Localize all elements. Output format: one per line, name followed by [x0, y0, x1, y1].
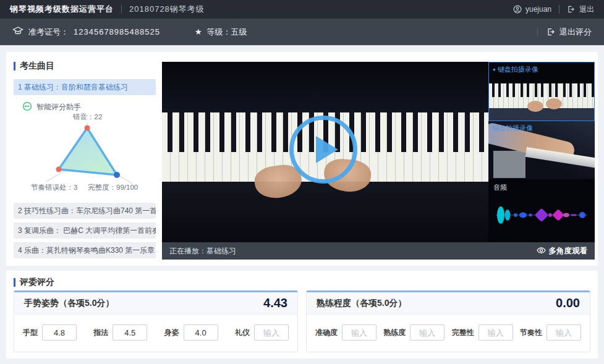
smart-scoring-assistant[interactable]: 智能评分助手 — [22, 101, 81, 113]
active-dot-icon: ● — [493, 67, 496, 72]
header-left: 钢琴视频考级数据运营平台 20180728钢琴考级 — [10, 4, 205, 15]
ticket-label: 准考证号： — [28, 27, 69, 38]
proficiency-panel-total: 0.00 — [556, 296, 580, 310]
field-hand-shape: 手型 — [23, 324, 77, 341]
star-icon: ★ — [195, 27, 202, 36]
level-label: 等级：五级 — [207, 27, 247, 38]
thumb1-bottom — [489, 108, 594, 121]
main-video-player[interactable] — [162, 62, 488, 242]
section-title-bar — [14, 62, 15, 70]
field-etiquette-input[interactable] — [254, 324, 289, 341]
field-completeness-input[interactable] — [479, 324, 513, 341]
multi-angle-button[interactable]: 多角度观看 — [537, 246, 588, 256]
radar-label-wrong-notes: 错音：22 — [73, 112, 102, 122]
exit-scoring-label: 退出评分 — [559, 27, 592, 38]
song-item-2-label: 2 技巧性练习曲：车尔尼练习曲740 第一首 — [18, 206, 156, 215]
field-posture: 身姿 — [164, 324, 218, 341]
radar-label-rhythm-errors: 节奏错误处：3 — [31, 183, 77, 192]
exit-scoring-icon — [547, 27, 556, 36]
song-item-3-label: 3 复调乐曲： 巴赫C 大调平均律第一首前奏曲 — [18, 226, 156, 235]
audio-thumbnail[interactable]: 音频 — [488, 179, 595, 242]
video-scene-bottom — [162, 182, 488, 242]
field-posture-input[interactable] — [184, 324, 218, 341]
thumbnail-1-label: ● 键盘拍摄录像 — [493, 65, 538, 74]
radar-dot-completeness — [114, 172, 120, 178]
thumbnail-2-label: 键盘拍摄录像 — [492, 124, 533, 133]
graduation-cap-icon — [12, 26, 23, 38]
field-proficiency-label: 熟练度 — [383, 328, 406, 338]
audio-waveform — [495, 201, 589, 229]
field-completeness: 完整性 — [452, 324, 513, 341]
header-divider — [121, 5, 122, 14]
level-group: ★ 等级：五级 — [195, 27, 247, 38]
logout-label: 退出 — [579, 4, 594, 15]
songs-section-title: 考生曲目 — [14, 61, 54, 72]
gesture-panel-total: 4.43 — [263, 296, 287, 310]
field-fingering: 指法 — [93, 324, 147, 341]
gesture-panel-title: 手势姿势（各项5.0分） — [24, 298, 114, 309]
proficiency-panel-header: 熟练程度（各项5.0分） 0.00 — [307, 292, 590, 315]
song-item-1-label: 1 基础练习：音阶和琶音基础练习 — [18, 83, 128, 91]
field-fingering-input[interactable] — [113, 324, 147, 341]
field-rhythm: 节奏性 — [520, 324, 581, 341]
field-accuracy-input[interactable] — [342, 324, 376, 341]
ticket-group: 准考证号： 12345678985488525 — [12, 26, 160, 38]
field-etiquette: 礼仪 — [235, 324, 289, 341]
field-fingering-label: 指法 — [93, 328, 108, 338]
song-item-2[interactable]: 2 技巧性练习曲：车尔尼练习曲740 第一首 — [14, 203, 156, 219]
judge-scoring-card: 评委评分 手势姿势（各项5.0分） 4.43 手型 指法 — [6, 271, 598, 358]
multi-angle-label: 多角度观看 — [549, 246, 588, 256]
field-completeness-label: 完整性 — [452, 328, 474, 338]
user-icon — [513, 5, 522, 14]
proficiency-panel-title: 熟练程度（各项5.0分） — [317, 298, 406, 309]
proficiency-panel: 熟练程度（各项5.0分） 0.00 准确度 熟练度 完整性 — [306, 290, 590, 352]
logout-button[interactable]: 退出 — [567, 4, 594, 15]
logout-icon — [567, 5, 576, 14]
radar-label-completeness: 完整度：99/100 — [88, 183, 138, 192]
assistant-label: 智能评分助手 — [36, 102, 81, 112]
field-accuracy-label: 准确度 — [315, 328, 338, 338]
field-hand-shape-label: 手型 — [23, 328, 38, 338]
song-item-3[interactable]: 3 复调乐曲： 巴赫C 大调平均律第一首前奏曲 — [14, 222, 156, 239]
thumb1-hand-right — [546, 98, 562, 109]
play-icon — [316, 136, 338, 163]
thumb1-black-keys — [489, 83, 594, 97]
user-account[interactable]: yuejuan — [513, 5, 551, 14]
video-scene-top — [162, 62, 488, 112]
proficiency-panel-body: 准确度 熟练度 完整性 节奏性 — [307, 315, 590, 350]
section-title-bar-2 — [14, 278, 15, 287]
eye-icon — [537, 247, 546, 256]
gesture-posture-panel: 手势姿势（各项5.0分） 4.43 手型 指法 身姿 — [14, 290, 298, 352]
gesture-panel-body: 手型 指法 身姿 礼仪 — [14, 315, 297, 350]
song-item-1[interactable]: 1 基础练习：音阶和琶音基础练习 — [14, 79, 156, 95]
app-title: 钢琴视频考级数据运营平台 — [10, 4, 114, 15]
play-button[interactable] — [289, 116, 357, 184]
header-right: yuejuan 退出 — [513, 4, 594, 15]
audio-label: 音频 — [493, 183, 507, 192]
scoring-section-title: 评委评分 — [14, 277, 54, 288]
username: yuejuan — [525, 5, 551, 14]
camera-thumbnail-keyboard-top[interactable]: ● 键盘拍摄录像 — [488, 62, 595, 121]
field-rhythm-input[interactable] — [547, 324, 581, 341]
subbar-divider — [537, 28, 538, 36]
session-title: 20180728钢琴考级 — [129, 4, 205, 15]
scoring-panels: 手势姿势（各项5.0分） 4.43 手型 指法 身姿 — [14, 290, 590, 352]
thumb2-bench — [493, 151, 525, 178]
radar-dot-rhythm — [56, 167, 62, 172]
top-header-bar: 钢琴视频考级数据运营平台 20180728钢琴考级 yuejuan — [0, 0, 604, 19]
gesture-panel-header: 手势姿势（各项5.0分） 4.43 — [14, 292, 297, 315]
song-item-4[interactable]: 4 乐曲：莫扎特钢琴奏鸣曲K330 第一乐章 — [14, 242, 156, 258]
exit-scoring-button[interactable]: 退出评分 — [547, 27, 592, 38]
player-bottom-bar: 正在播放：基础练习 多角度观看 — [162, 242, 595, 260]
scoring-title-text: 评委评分 — [20, 277, 54, 288]
field-proficiency-input[interactable] — [410, 324, 444, 341]
field-accuracy: 准确度 — [315, 324, 376, 341]
song-item-4-label: 4 乐曲：莫扎特钢琴奏鸣曲K330 第一乐章 — [18, 246, 155, 255]
header-divider-2 — [559, 5, 559, 14]
ticket-number: 12345678985488525 — [74, 27, 160, 36]
subbar-right: 退出评分 — [537, 27, 592, 38]
piano-grading-platform: 钢琴视频考级数据运营平台 20180728钢琴考级 yuejuan — [0, 0, 604, 364]
field-proficiency: 熟练度 — [383, 324, 444, 341]
field-hand-shape-input[interactable] — [42, 324, 77, 341]
camera-thumbnail-keyboard-side[interactable]: 键盘拍摄录像 — [488, 121, 595, 179]
